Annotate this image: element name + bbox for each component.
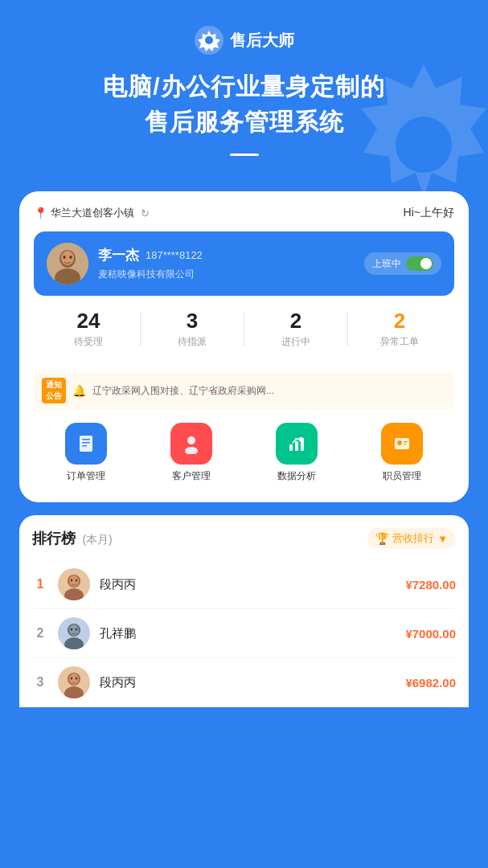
- rank-avatar-2: [58, 617, 90, 649]
- stat-number-3: 2: [348, 309, 451, 334]
- greeting-text: Hi~上午好: [404, 206, 454, 220]
- rank-avatar-3: [58, 666, 90, 698]
- logo-icon: [195, 26, 223, 55]
- ranking-subtitle: (本月): [82, 533, 112, 546]
- rank-num-2: 2: [32, 626, 48, 641]
- svg-point-14: [185, 447, 198, 454]
- app-logo-text: 售后大师: [230, 30, 294, 51]
- user-phone: 187****8122: [146, 249, 203, 261]
- ranking-dropdown-icon: ▼: [437, 533, 448, 545]
- user-name: 李一杰: [98, 246, 139, 264]
- user-info: 李一杰 187****8122 麦秸映像科技有限公司: [98, 246, 355, 281]
- stat-label-2: 进行中: [244, 335, 347, 349]
- svg-point-7: [64, 256, 66, 259]
- svg-point-2: [205, 36, 213, 44]
- user-name-row: 李一杰 187****8122: [98, 246, 355, 264]
- svg-point-33: [71, 628, 72, 631]
- staff-icon: [381, 423, 423, 465]
- logo-row: 售后大师: [195, 26, 294, 55]
- rank-name-1: 段丙丙: [100, 577, 396, 592]
- stat-label-0: 待受理: [37, 335, 140, 349]
- rank-num-1: 1: [32, 577, 48, 592]
- rank-name-2: 孔祥鹏: [100, 626, 396, 641]
- svg-rect-16: [295, 441, 298, 451]
- rank-amount-1: ¥7280.00: [405, 578, 456, 592]
- refresh-icon[interactable]: ↻: [141, 207, 150, 219]
- svg-point-0: [396, 117, 452, 173]
- ranking-header: 排行榜 (本月) 🏆 营收排行 ▼: [32, 528, 456, 549]
- svg-point-8: [70, 256, 72, 259]
- svg-point-13: [187, 436, 195, 444]
- svg-point-21: [397, 440, 402, 445]
- ranking-item-2[interactable]: 2 孔祥鹏 ¥7000.00: [32, 609, 456, 658]
- orders-icon: [65, 423, 107, 465]
- menu-item-customers[interactable]: 客户管理: [170, 423, 212, 483]
- svg-rect-23: [404, 444, 406, 445]
- status-toggle[interactable]: 上班中: [364, 252, 441, 275]
- stat-pending-receive: 24 待受理: [37, 309, 140, 349]
- menu-label-analytics: 数据分析: [277, 469, 316, 483]
- ranking-title: 排行榜: [32, 530, 76, 547]
- svg-rect-20: [395, 438, 409, 449]
- phone-card: 📍 华兰大道创客小镇 ↻ Hi~上午好 李一杰 187****8122: [19, 191, 469, 502]
- toggle-switch[interactable]: [406, 256, 433, 271]
- ranking-filter-icon: 🏆: [375, 532, 389, 545]
- phone-top-bar: 📍 华兰大道创客小镇 ↻ Hi~上午好: [34, 206, 454, 220]
- svg-rect-9: [80, 436, 92, 452]
- stat-number-2: 2: [244, 309, 347, 334]
- stats-row: 24 待受理 3 待指派 2 进行中 2 异常工单: [34, 309, 454, 360]
- stat-pending-assign: 3 待指派: [141, 309, 244, 349]
- menu-label-customers: 客户管理: [172, 469, 211, 483]
- stats-items: 24 待受理 3 待指派 2 进行中 2 异常工单: [34, 309, 454, 349]
- ranking-item-1[interactable]: 1 段丙丙 ¥7280.00: [32, 560, 456, 609]
- status-label: 上班中: [372, 257, 401, 271]
- rank-amount-3: ¥6982.00: [405, 676, 456, 690]
- rank-amount-2: ¥7000.00: [405, 627, 456, 641]
- svg-point-28: [76, 579, 77, 582]
- user-company: 麦秸映像科技有限公司: [98, 268, 355, 281]
- notice-text: 辽宁政采网入围对接、辽宁省政府采购网...: [92, 384, 274, 398]
- svg-point-40: [76, 678, 77, 680]
- ranking-filter[interactable]: 🏆 营收排行 ▼: [367, 528, 456, 549]
- analytics-icon: [276, 423, 318, 465]
- stat-label-1: 待指派: [141, 335, 244, 349]
- svg-rect-15: [289, 444, 293, 451]
- location-pin-icon: 📍: [34, 207, 47, 219]
- stat-number-1: 3: [141, 309, 244, 334]
- customers-icon: [170, 423, 212, 465]
- rank-num-3: 3: [32, 675, 48, 690]
- svg-rect-11: [82, 442, 90, 444]
- svg-point-27: [71, 579, 72, 582]
- menu-item-orders[interactable]: 订单管理: [65, 423, 107, 483]
- ranking-filter-label: 营收排行: [392, 531, 434, 546]
- stat-abnormal: 2 异常工单: [348, 309, 451, 349]
- ranking-section: 排行榜 (本月) 🏆 营收排行 ▼ 1 段丙丙 ¥7280.00 2: [19, 515, 469, 707]
- divider: [230, 154, 259, 156]
- user-avatar: [47, 243, 88, 285]
- notice-badge: 通知公告: [42, 378, 66, 403]
- location-text: 华兰大道创客小镇: [51, 206, 134, 220]
- menu-item-staff[interactable]: 职员管理: [381, 423, 423, 483]
- rank-name-3: 段丙丙: [100, 675, 396, 690]
- notice-speaker-icon: 🔔: [72, 384, 86, 397]
- stat-label-3: 异常工单: [348, 335, 451, 349]
- stat-in-progress: 2 进行中: [244, 309, 347, 349]
- stat-number-0: 24: [37, 309, 140, 334]
- menu-row: 订单管理 客户管理 数据分析: [34, 423, 454, 483]
- svg-point-39: [71, 678, 72, 680]
- svg-rect-12: [82, 445, 87, 447]
- ranking-title-group: 排行榜 (本月): [32, 529, 113, 548]
- svg-rect-10: [82, 439, 90, 440]
- location-row[interactable]: 📍 华兰大道创客小镇 ↻: [34, 206, 150, 220]
- ranking-item-3[interactable]: 3 段丙丙 ¥6982.00: [32, 658, 456, 707]
- svg-rect-22: [404, 441, 408, 443]
- menu-label-orders: 订单管理: [67, 469, 105, 483]
- menu-label-staff: 职员管理: [383, 469, 421, 483]
- user-card: 李一杰 187****8122 麦秸映像科技有限公司 上班中: [34, 231, 454, 296]
- rank-avatar-1: [58, 568, 90, 600]
- menu-item-analytics[interactable]: 数据分析: [276, 423, 318, 483]
- notice-bar[interactable]: 通知公告 🔔 辽宁政采网入围对接、辽宁省政府采购网...: [34, 371, 454, 410]
- svg-point-34: [76, 628, 77, 631]
